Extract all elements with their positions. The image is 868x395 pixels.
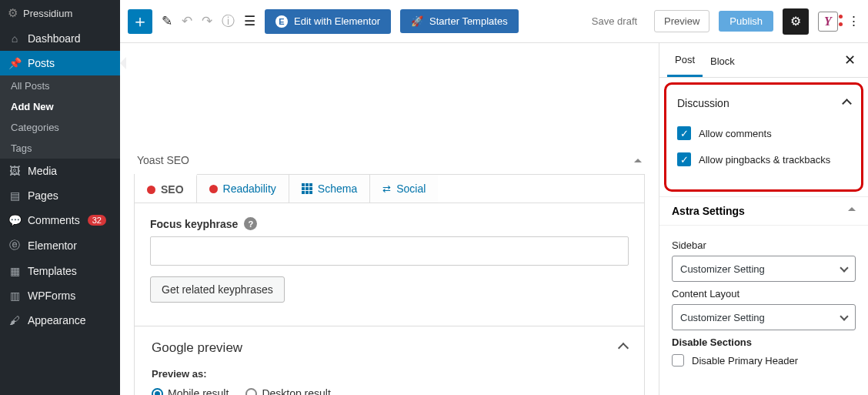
redo-icon[interactable]: ↷ <box>202 13 212 29</box>
menu-wpforms[interactable]: ▥ WPForms <box>0 283 120 308</box>
pin-icon: 📌 <box>8 57 22 69</box>
google-preview-header[interactable]: Google preview <box>152 340 627 356</box>
tab-readability[interactable]: Readability <box>197 175 289 203</box>
edit-with-elementor-button[interactable]: E Edit with Elementor <box>265 9 391 34</box>
content-layout-select[interactable]: Customizer Setting <box>672 304 856 330</box>
yoast-indicator-icon[interactable]: Y <box>818 12 838 32</box>
yoast-panel-header[interactable]: Yoast SEO <box>134 149 645 174</box>
schema-grid-icon <box>302 183 312 194</box>
admin-sidebar: ⚙ Pressidium ⌂ Dashboard 📌 Posts All Pos… <box>0 0 120 395</box>
pages-icon: ▤ <box>8 189 22 202</box>
pencil-icon[interactable]: ✎ <box>162 13 172 29</box>
menu-templates[interactable]: ▦ Templates <box>0 259 120 283</box>
menu-comments-label: Comments <box>28 214 80 226</box>
rocket-icon: 🚀 <box>411 15 423 27</box>
allow-pingbacks-checkbox[interactable]: ✓ Allow pingbacks & trackbacks <box>676 146 852 172</box>
sidebar-select-value: Customizer Setting <box>680 263 765 275</box>
menu-dashboard[interactable]: ⌂ Dashboard <box>0 26 120 51</box>
google-preview-title: Google preview <box>152 340 242 356</box>
wpforms-icon: ▥ <box>8 290 22 302</box>
caret-up-icon <box>848 203 856 211</box>
menu-comments[interactable]: 💬 Comments 32 <box>0 208 120 233</box>
add-block-button[interactable]: ＋ <box>128 9 152 34</box>
save-draft-button[interactable]: Save draft <box>584 11 645 32</box>
allow-comments-checkbox[interactable]: ✓ Allow comments <box>676 120 852 146</box>
preview-mobile-radio[interactable]: Mobile result <box>152 387 229 395</box>
editor-area: Yoast SEO SEO Readability Schema <box>120 43 659 395</box>
share-icon: ⇄ <box>382 183 391 195</box>
tab-block[interactable]: Block <box>703 45 743 76</box>
comments-icon: 💬 <box>8 214 22 226</box>
radio-on-icon <box>152 388 163 396</box>
site-icon: ⚙ <box>8 6 18 20</box>
starter-templates-button[interactable]: 🚀 Starter Templates <box>400 9 519 33</box>
appearance-icon: 🖌 <box>8 314 22 326</box>
menu-appearance-label: Appearance <box>28 314 86 326</box>
chevron-up-icon <box>842 99 852 109</box>
discussion-panel-highlight: Discussion ✓ Allow comments ✓ Allow ping… <box>664 82 863 192</box>
checkbox-checked-icon: ✓ <box>677 152 691 166</box>
readability-score-dot-icon <box>209 185 218 193</box>
allow-pingbacks-label: Allow pingbacks & trackbacks <box>699 154 830 166</box>
get-related-keyphrases-button[interactable]: Get related keyphrases <box>150 276 285 303</box>
menu-posts-label: Posts <box>28 57 55 69</box>
tab-schema[interactable]: Schema <box>289 175 370 203</box>
focus-keyphrase-input[interactable] <box>150 236 629 266</box>
discussion-header[interactable]: Discussion <box>676 92 852 120</box>
elementor-logo-icon: E <box>275 15 288 28</box>
settings-gear-button[interactable]: ⚙ <box>783 8 809 35</box>
radio-off-icon <box>245 388 257 396</box>
submenu-all-posts[interactable]: All Posts <box>0 75 120 96</box>
starter-templates-label: Starter Templates <box>429 15 508 27</box>
menu-media[interactable]: 🖼 Media <box>0 159 120 183</box>
tab-post[interactable]: Post <box>667 43 703 77</box>
site-name-label: Pressidium <box>23 8 72 19</box>
chevron-down-icon <box>840 263 848 272</box>
site-name[interactable]: ⚙ Pressidium <box>0 0 120 26</box>
menu-pages[interactable]: ▤ Pages <box>0 183 120 208</box>
publish-button[interactable]: Publish <box>719 11 773 32</box>
tab-schema-label: Schema <box>318 182 357 195</box>
submenu-add-new[interactable]: Add New <box>0 96 120 117</box>
outline-icon[interactable]: ☰ <box>244 13 255 29</box>
menu-elementor-label: Elementor <box>28 239 77 252</box>
more-options-icon[interactable]: ⋮ <box>847 13 860 29</box>
caret-up-icon <box>634 155 642 162</box>
content-layout-field-label: Content Layout <box>672 288 856 300</box>
astra-settings-body: Sidebar Customizer Setting Content Layou… <box>659 226 868 371</box>
google-preview-panel: Google preview Preview as: Mobile result… <box>134 326 645 395</box>
astra-settings-header[interactable]: Astra Settings <box>659 196 868 226</box>
sidebar-select[interactable]: Customizer Setting <box>672 256 856 282</box>
submenu-categories[interactable]: Categories <box>0 117 120 138</box>
seo-score-dot-icon <box>147 186 155 194</box>
menu-posts[interactable]: 📌 Posts <box>0 51 120 75</box>
menu-media-label: Media <box>28 165 57 177</box>
info-icon[interactable]: ⓘ <box>222 12 235 30</box>
menu-pages-label: Pages <box>28 189 58 202</box>
preview-button[interactable]: Preview <box>654 10 709 32</box>
menu-templates-label: Templates <box>28 265 77 277</box>
menu-wpforms-label: WPForms <box>28 290 75 302</box>
preview-mobile-label: Mobile result <box>168 387 229 395</box>
submenu-tags[interactable]: Tags <box>0 138 120 159</box>
close-inspector-icon[interactable]: ✕ <box>840 49 860 72</box>
focus-keyphrase-label: Focus keyphrase ? <box>150 217 629 230</box>
preview-desktop-radio[interactable]: Desktop result <box>245 387 330 395</box>
undo-icon[interactable]: ↶ <box>182 13 192 29</box>
astra-title: Astra Settings <box>672 205 745 217</box>
allow-comments-label: Allow comments <box>699 128 772 139</box>
chevron-up-icon <box>618 343 629 353</box>
dashboard-icon: ⌂ <box>8 32 22 45</box>
menu-appearance[interactable]: 🖌 Appearance <box>0 308 120 333</box>
yoast-tabs: SEO Readability Schema ⇄ Social <box>134 174 645 203</box>
sidebar-field-label: Sidebar <box>672 239 856 251</box>
help-icon[interactable]: ? <box>244 217 257 230</box>
tab-seo-label: SEO <box>161 183 184 196</box>
elementor-icon: ⓔ <box>8 239 22 253</box>
preview-as-options: Mobile result Desktop result <box>152 387 627 395</box>
tab-seo[interactable]: SEO <box>135 174 197 203</box>
menu-elementor[interactable]: ⓔ Elementor <box>0 233 120 259</box>
tab-social[interactable]: ⇄ Social <box>370 175 438 203</box>
disable-primary-checkbox[interactable]: Disable Primary Header <box>672 353 856 368</box>
edit-elementor-label: Edit with Elementor <box>294 15 380 27</box>
